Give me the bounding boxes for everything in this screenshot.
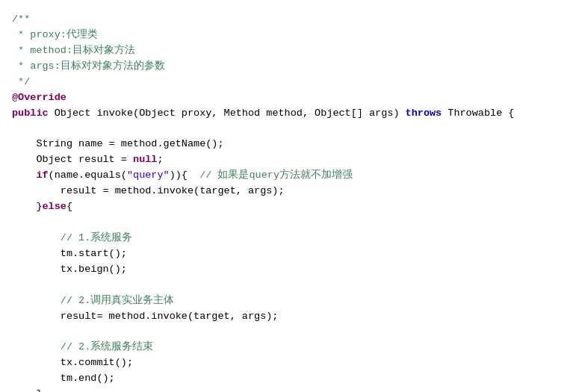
code-token: @Override	[12, 92, 66, 103]
code-line: tm.start();	[12, 246, 567, 262]
code-token: (name.equals(	[49, 169, 127, 181]
code-line: tx.commit();	[12, 355, 567, 371]
code-token: else	[43, 201, 66, 212]
code-token: tx.commit();	[12, 357, 133, 368]
code-line: result = method.invoke(target, args);	[12, 184, 567, 199]
code-token: String name = method.getName();	[12, 138, 224, 149]
code-token: tx.beign();	[12, 264, 127, 275]
code-line: // 2.调用真实业务主体	[12, 293, 567, 309]
code-token: result= method.invoke(target, args);	[12, 311, 278, 322]
code-line: /**	[12, 12, 567, 28]
code-token: tm.end();	[12, 373, 115, 384]
code-token	[12, 232, 61, 243]
code-token: {	[66, 201, 72, 212]
code-token	[12, 295, 61, 306]
code-token: // 2.调用真实业务主体	[61, 295, 175, 306]
code-token: }	[12, 201, 43, 212]
code-token: Object result =	[12, 154, 133, 165]
code-line	[12, 324, 567, 340]
code-token: Object	[55, 108, 97, 119]
code-token	[12, 341, 61, 352]
code-line: String name = method.getName();	[12, 137, 567, 152]
code-token: if	[12, 169, 49, 181]
code-token: tm.start();	[12, 248, 127, 259]
code-line: public Object invoke(Object proxy, Metho…	[12, 106, 567, 122]
code-token: /**	[12, 13, 30, 25]
code-line: Object result = null;	[12, 152, 567, 168]
code-token: */	[12, 76, 30, 87]
code-line: * args:目标对对象方法的参数	[12, 59, 567, 75]
code-editor: /** * proxy:代理类 * method:目标对象方法 * args:目…	[0, 7, 579, 392]
code-line	[12, 121, 567, 137]
code-line: */	[12, 75, 567, 90]
code-line: tm.end();	[12, 371, 567, 387]
code-token: public	[12, 108, 55, 119]
code-token: invoke(Object proxy, Method method, Obje…	[96, 108, 405, 119]
code-line: tx.beign();	[12, 262, 567, 278]
code-line: // 2.系统服务结束	[12, 340, 567, 355]
code-token: ;	[157, 154, 163, 165]
code-line	[12, 278, 567, 293]
code-token: throws	[406, 108, 442, 119]
code-token: * args:目标对对象方法的参数	[12, 60, 165, 72]
code-token: // 2.系统服务结束	[61, 341, 154, 352]
code-token: * proxy:代理类	[12, 29, 98, 40]
code-token: * method:目标对象方法	[12, 45, 135, 56]
code-line: @Override	[12, 90, 567, 106]
code-token: // 1.系统服务	[61, 232, 133, 243]
code-token: }	[12, 388, 43, 392]
code-line	[12, 215, 567, 231]
code-line: }else{	[12, 199, 567, 215]
code-token: "query"	[127, 169, 170, 181]
code-line: result= method.invoke(target, args);	[12, 309, 567, 325]
code-token: Throwable {	[442, 108, 514, 119]
code-token: null	[133, 154, 157, 165]
code-line: if(name.equals("query")){ // 如果是query方法就…	[12, 168, 567, 184]
code-line: * method:目标对象方法	[12, 43, 567, 59]
code-token: result = method.invoke(target, args);	[12, 185, 285, 196]
code-line: // 1.系统服务	[12, 231, 567, 246]
code-token: )){	[170, 169, 200, 181]
code-token: // 如果是query方法就不加增强	[199, 169, 353, 181]
code-line: }	[12, 387, 567, 392]
code-line: * proxy:代理类	[12, 28, 567, 43]
